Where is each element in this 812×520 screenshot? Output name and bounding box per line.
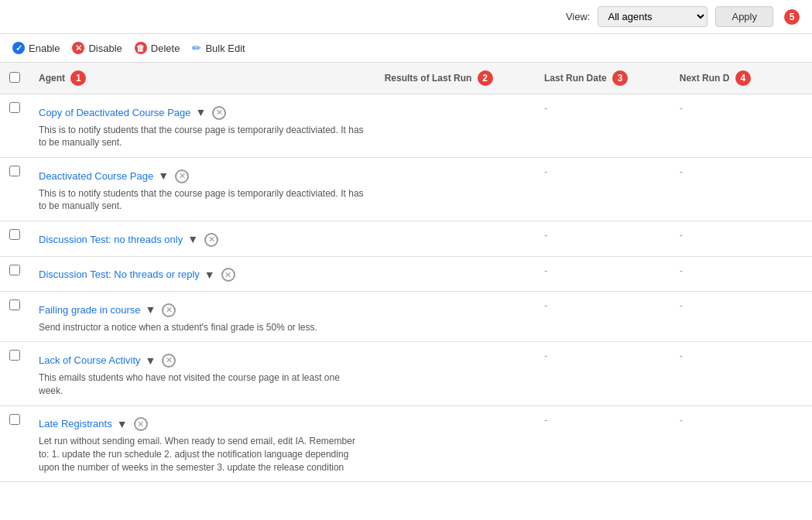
- remove-icon[interactable]: ✕: [132, 416, 149, 433]
- row-checkbox[interactable]: [9, 350, 20, 361]
- agent-description: Send instructor a notice when a student'…: [39, 321, 366, 334]
- agent-cell: Copy of Deactivated Course Page▼✕This is…: [29, 94, 375, 158]
- row-checkbox-cell: [0, 158, 29, 221]
- badge-4: 4: [735, 70, 751, 86]
- results-cell: [375, 221, 535, 257]
- agent-description: This is to notify students that the cour…: [39, 124, 366, 150]
- row-checkbox-cell: [0, 405, 29, 482]
- agent-cell: Failing grade in course▼✕Send instructor…: [29, 292, 375, 342]
- row-checkbox-cell: [0, 94, 29, 158]
- next-run-cell: -: [670, 94, 812, 158]
- disable-label: Disable: [88, 43, 122, 54]
- row-checkbox[interactable]: [9, 299, 20, 310]
- agent-description: This emails students who have not visite…: [39, 371, 366, 398]
- table-row: Late Registrants▼✕Let run without sendin…: [0, 405, 812, 482]
- enable-label: Enable: [29, 43, 60, 54]
- agent-name-link[interactable]: Discussion Test: no threads only: [39, 234, 183, 245]
- results-cell: [375, 158, 535, 221]
- agent-name-link[interactable]: Late Registrants: [39, 418, 112, 429]
- header-results: Results of Last Run 2: [375, 63, 535, 94]
- remove-icon[interactable]: ✕: [211, 104, 228, 121]
- disable-button[interactable]: ✕ Disable: [72, 42, 122, 54]
- bulk-edit-button[interactable]: ✏ Bulk Edit: [192, 42, 245, 54]
- view-select[interactable]: All agents Active agents Inactive agents: [598, 6, 708, 27]
- badge-5: 5: [784, 9, 800, 25]
- results-cell: [375, 342, 535, 405]
- last-run-cell: -: [535, 94, 670, 158]
- agent-cell: Late Registrants▼✕Let run without sendin…: [29, 405, 375, 482]
- agent-name-link[interactable]: Lack of Course Activity: [39, 354, 141, 366]
- apply-button[interactable]: Apply: [715, 6, 773, 27]
- agents-table: Agent 1 Results of Last Run 2 Last Run D…: [0, 62, 812, 482]
- next-run-cell: -: [670, 405, 812, 482]
- view-label: View:: [566, 11, 591, 22]
- remove-icon[interactable]: ✕: [160, 301, 177, 319]
- toolbar: ✓ Enable ✕ Disable 🗑 Delete ✏ Bulk Edit: [0, 34, 812, 62]
- badge-1: 1: [70, 70, 86, 86]
- badge-2: 2: [478, 70, 493, 86]
- row-checkbox-cell: [0, 342, 29, 405]
- remove-icon[interactable]: ✕: [220, 266, 237, 284]
- remove-icon[interactable]: ✕: [203, 231, 220, 248]
- delete-label: Delete: [151, 43, 180, 54]
- row-checkbox[interactable]: [9, 414, 20, 425]
- header-checkbox-cell: [0, 63, 29, 94]
- badge-3: 3: [612, 70, 628, 86]
- chevron-down-icon[interactable]: ▼: [144, 353, 158, 368]
- table-row: Discussion Test: No threads or reply▼✕--: [0, 256, 812, 292]
- table-row: Copy of Deactivated Course Page▼✕This is…: [0, 94, 812, 158]
- agent-cell: Lack of Course Activity▼✕This emails stu…: [29, 342, 375, 405]
- row-checkbox-cell: [0, 292, 29, 342]
- row-checkbox[interactable]: [9, 166, 20, 176]
- chevron-down-icon[interactable]: ▼: [186, 231, 200, 247]
- chevron-down-icon[interactable]: ▼: [194, 104, 208, 120]
- table-row: Failing grade in course▼✕Send instructor…: [0, 292, 812, 342]
- row-checkbox[interactable]: [9, 102, 20, 113]
- delete-icon: 🗑: [135, 42, 147, 54]
- chevron-down-icon[interactable]: ▼: [144, 302, 158, 317]
- select-all-checkbox[interactable]: [9, 72, 20, 83]
- chevron-down-icon[interactable]: ▼: [156, 168, 170, 183]
- next-run-cell: -: [670, 221, 812, 257]
- agent-name-link[interactable]: Failing grade in course: [39, 304, 141, 316]
- row-checkbox-cell: [0, 221, 29, 257]
- next-run-cell: -: [670, 256, 812, 292]
- top-bar: View: All agents Active agents Inactive …: [0, 0, 812, 34]
- results-cell: [375, 256, 535, 292]
- row-checkbox[interactable]: [9, 229, 20, 240]
- remove-icon[interactable]: ✕: [160, 351, 177, 369]
- delete-button[interactable]: 🗑 Delete: [135, 42, 180, 54]
- agent-cell: Discussion Test: no threads only▼✕: [29, 221, 375, 257]
- row-checkbox-cell: [0, 256, 29, 292]
- agent-name-link[interactable]: Copy of Deactivated Course Page: [39, 107, 191, 118]
- agent-name-link[interactable]: Discussion Test: No threads or reply: [39, 269, 200, 280]
- agent-name-link[interactable]: Deactivated Course Page: [39, 170, 153, 182]
- last-run-cell: -: [535, 342, 670, 405]
- bulk-edit-label: Bulk Edit: [205, 43, 245, 54]
- next-run-cell: -: [670, 342, 812, 405]
- header-next-run: Next Run D 4: [670, 63, 812, 94]
- last-run-cell: -: [535, 221, 670, 257]
- last-run-cell: -: [535, 292, 670, 342]
- enable-button[interactable]: ✓ Enable: [12, 42, 60, 54]
- remove-icon[interactable]: ✕: [173, 167, 190, 185]
- agent-description: This is to notify students that the cour…: [39, 187, 366, 214]
- header-agent: Agent 1: [29, 63, 375, 94]
- results-cell: [375, 292, 535, 342]
- pencil-icon: ✏: [192, 42, 201, 54]
- last-run-cell: -: [535, 405, 670, 482]
- agent-cell: Discussion Test: No threads or reply▼✕: [29, 256, 375, 292]
- last-run-cell: -: [535, 158, 670, 221]
- next-run-cell: -: [670, 158, 812, 221]
- agent-cell: Deactivated Course Page▼✕This is to noti…: [29, 158, 375, 221]
- table-row: Deactivated Course Page▼✕This is to noti…: [0, 158, 812, 221]
- chevron-down-icon[interactable]: ▼: [203, 267, 217, 282]
- table-row: Discussion Test: no threads only▼✕--: [0, 221, 812, 257]
- header-last-run: Last Run Date 3: [535, 63, 670, 94]
- disable-icon: ✕: [72, 42, 84, 54]
- table-header-row: Agent 1 Results of Last Run 2 Last Run D…: [0, 63, 812, 94]
- row-checkbox[interactable]: [9, 265, 20, 275]
- enable-icon: ✓: [12, 42, 25, 54]
- results-cell: [375, 405, 535, 482]
- chevron-down-icon[interactable]: ▼: [115, 416, 129, 432]
